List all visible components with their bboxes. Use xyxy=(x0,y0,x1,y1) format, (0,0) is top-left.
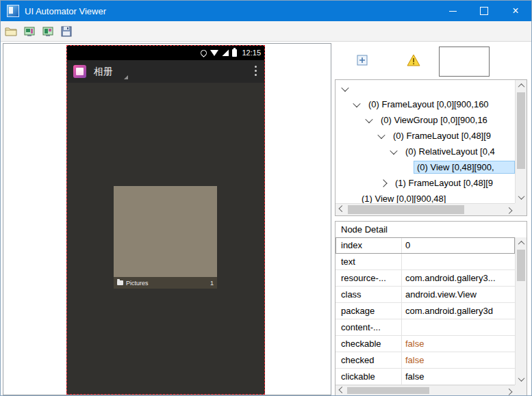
node-detail-panel: Node Detail index 0 text resource-... co… xyxy=(335,221,527,396)
open-button[interactable] xyxy=(3,24,18,39)
tree-node-framelayout-1[interactable]: (1) FrameLayout [0,48][9 xyxy=(335,175,515,191)
tree-node-label: (0) FrameLayout [0,48][9 xyxy=(390,130,494,142)
scrollbar-thumb[interactable] xyxy=(347,387,429,394)
device-screenshot-icon xyxy=(24,26,35,37)
tree-node-viewgroup-0[interactable]: (0) ViewGroup [0,0][900,16 xyxy=(335,112,515,128)
device-app-title: 相册 xyxy=(94,66,113,78)
folder-open-icon xyxy=(5,26,17,37)
chevron-down-icon[interactable] xyxy=(390,146,397,154)
status-time: 12:15 xyxy=(242,49,261,57)
detail-row-checked[interactable]: checked false xyxy=(335,352,515,369)
album-label: Pictures xyxy=(126,280,149,287)
save-button[interactable] xyxy=(59,24,74,39)
detail-row-checkable[interactable]: checkable false xyxy=(335,336,515,352)
battery-icon xyxy=(232,49,237,57)
tree-node-view-selected[interactable]: (0) View [0,48][900, xyxy=(335,159,515,175)
tree-vertical-scrollbar[interactable] xyxy=(515,80,527,203)
scrollbar-corner xyxy=(515,385,527,395)
scroll-down-button[interactable] xyxy=(516,374,527,384)
save-icon xyxy=(61,26,72,37)
device-app-bar: 相册 xyxy=(66,60,265,83)
detail-horizontal-scrollbar[interactable] xyxy=(335,385,515,395)
scroll-right-button[interactable] xyxy=(503,386,514,396)
minimize-icon xyxy=(449,11,457,12)
warning-indicator[interactable] xyxy=(406,53,421,67)
device-screenshot-button[interactable] xyxy=(22,24,37,39)
scrollbar-thumb[interactable] xyxy=(517,250,525,281)
detail-row-text[interactable]: text xyxy=(335,254,515,270)
detail-label: package xyxy=(335,303,402,319)
detail-row-package[interactable]: package com.android.gallery3d xyxy=(335,303,515,319)
detail-row-resource-id[interactable]: resource-... com.android.gallery3... xyxy=(335,270,515,287)
chevron-down-icon[interactable] xyxy=(365,115,372,122)
tree-node-label: (0) FrameLayout [0,0][900,160 xyxy=(366,98,492,110)
maximize-icon xyxy=(480,7,488,15)
tree-node-view-1[interactable]: (1) View [0,0][900,48] xyxy=(335,191,515,203)
detail-row-clickable[interactable]: clickable false xyxy=(335,369,515,385)
close-button[interactable]: × xyxy=(500,1,531,21)
detail-row-content-desc[interactable]: content-... xyxy=(335,319,515,336)
detail-value: false xyxy=(402,352,515,368)
chevron-up-icon xyxy=(518,83,524,90)
scroll-up-button[interactable] xyxy=(516,238,527,248)
scroll-down-button[interactable] xyxy=(516,192,527,202)
tree-node-label: (1) FrameLayout [0,48][9 xyxy=(392,177,496,189)
scroll-left-button[interactable] xyxy=(336,204,347,215)
chevron-left-icon xyxy=(338,205,345,212)
device-status-bar: 12:15 xyxy=(66,45,265,60)
chevron-down-icon[interactable] xyxy=(341,83,349,91)
minimize-button[interactable] xyxy=(437,1,468,21)
tree-node-label: (0) View [0,48][900, xyxy=(414,161,515,174)
scroll-up-button[interactable] xyxy=(516,81,527,91)
detail-value: 0 xyxy=(402,237,515,253)
detail-value: com.android.gallery3... xyxy=(402,270,515,286)
tree-node-label: (1) View [0,0][900,48] xyxy=(359,193,448,203)
detail-vertical-scrollbar[interactable] xyxy=(515,237,527,385)
tree-node-framelayout-inner[interactable]: (0) FrameLayout [0,48][9 xyxy=(335,128,515,144)
chevron-down-icon xyxy=(518,193,524,200)
detail-label: content-... xyxy=(335,319,402,335)
expand-all-button[interactable] xyxy=(355,53,370,68)
album-thumbnail: Pictures 1 xyxy=(114,186,217,289)
scrollbar-corner xyxy=(515,203,527,215)
overflow-menu-icon xyxy=(255,66,257,68)
titlebar: UI Automator Viewer × xyxy=(1,1,531,21)
device-screenshot[interactable]: 12:15 相册 Pictures 1 xyxy=(66,45,265,395)
detail-label: clickable xyxy=(335,369,402,384)
hierarchy-tree-panel: (0) FrameLayout [0,0][900,160 (0) ViewGr… xyxy=(335,79,527,216)
maximize-button[interactable] xyxy=(468,1,500,21)
device-screenshot-compressed-button[interactable] xyxy=(40,24,55,39)
detail-value xyxy=(402,254,515,269)
tree-node-root[interactable] xyxy=(335,81,515,96)
window-title: UI Automator Viewer xyxy=(25,6,106,16)
tree-node-framelayout-0[interactable]: (0) FrameLayout [0,0][900,160 xyxy=(335,96,515,112)
signal-icon xyxy=(222,49,229,56)
chevron-down-icon[interactable] xyxy=(353,99,360,107)
tree-horizontal-scrollbar[interactable] xyxy=(335,203,515,215)
tree-node-relativelayout-0[interactable]: (0) RelativeLayout [0,4 xyxy=(335,144,515,159)
album-info-bar: Pictures 1 xyxy=(114,277,217,289)
close-icon: × xyxy=(512,5,518,16)
detail-value: false xyxy=(402,336,515,352)
chevron-right-icon[interactable] xyxy=(379,179,387,187)
expand-all-icon xyxy=(355,53,369,67)
screenshot-pane: 12:15 相册 Pictures 1 xyxy=(3,43,331,395)
chevron-down-icon[interactable] xyxy=(377,131,385,138)
main-toolbar xyxy=(1,21,531,42)
blank-preview-box xyxy=(439,47,490,77)
scroll-right-button[interactable] xyxy=(503,204,514,215)
chevron-up-icon xyxy=(518,241,524,248)
node-detail-title: Node Detail xyxy=(335,222,527,237)
scrollbar-thumb[interactable] xyxy=(517,92,525,169)
chevron-down-icon xyxy=(518,375,524,382)
wifi-icon xyxy=(210,50,218,56)
detail-value: com.android.gallery3d xyxy=(402,303,515,319)
scroll-left-button[interactable] xyxy=(336,386,347,396)
spinner-caret-icon xyxy=(124,75,128,79)
warning-icon xyxy=(407,54,420,66)
hierarchy-tree: (0) FrameLayout [0,0][900,160 (0) ViewGr… xyxy=(335,81,515,203)
detail-row-class[interactable]: class android.view.View xyxy=(335,287,515,303)
detail-row-index[interactable]: index 0 xyxy=(335,237,515,254)
scrollbar-thumb[interactable] xyxy=(348,205,464,214)
detail-label: index xyxy=(335,237,402,253)
